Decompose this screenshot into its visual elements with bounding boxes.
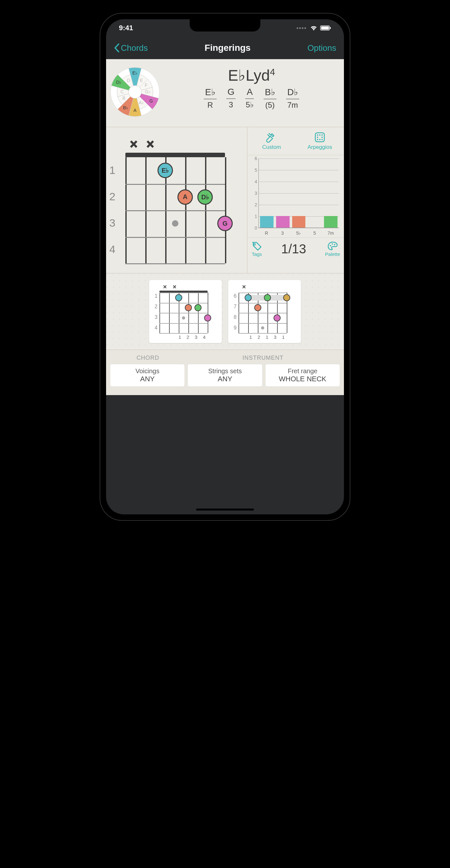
tools-icon (265, 132, 278, 143)
wifi-icon (310, 25, 318, 31)
side-pane: Custom Arpeggios 0123456R35♭57m Tags 1/ (248, 127, 344, 273)
svg-text:A: A (133, 108, 137, 113)
svg-rect-1 (321, 26, 329, 30)
fingering-counter: 1/13 (262, 242, 325, 256)
svg-text:G: G (150, 98, 153, 103)
palette-button[interactable]: Palette (325, 241, 340, 257)
svg-point-20 (317, 136, 318, 138)
status-icons (297, 25, 331, 31)
svg-point-25 (254, 244, 256, 245)
palette-label: Palette (325, 251, 340, 257)
svg-text:A♭: A♭ (139, 100, 144, 105)
svg-text:G♭: G♭ (145, 89, 151, 94)
arpeggios-button[interactable]: Arpeggios (296, 127, 344, 155)
filter-header-instrument: INSTRUMENT (186, 354, 340, 361)
note-histogram: 0123456R35♭57m (248, 155, 344, 238)
tags-button[interactable]: Tags (251, 241, 262, 257)
page-title: Fingerings (205, 43, 251, 53)
battery-icon (320, 25, 331, 31)
svg-point-21 (321, 136, 323, 138)
note-column: D♭7m (286, 87, 299, 110)
fingering-thumbnails[interactable]: ××12341234×678912131 (106, 274, 344, 350)
home-indicator[interactable] (196, 508, 254, 510)
svg-text:E♭: E♭ (132, 70, 137, 75)
tags-label: Tags (252, 251, 262, 257)
screen: 9:41 Chords Fingerings Options E♭EFG♭G (106, 19, 344, 515)
nav-bar: Chords Fingerings Options (106, 37, 344, 59)
content: E♭EFG♭GA♭AB♭BCD♭D E♭Lyd4 E♭RG3A5♭B♭(5)D♭… (106, 59, 344, 395)
svg-point-23 (319, 139, 320, 140)
tag-icon (251, 241, 262, 251)
chord-header: E♭EFG♭GA♭AB♭BCD♭D E♭Lyd4 E♭RG3A5♭B♭(5)D♭… (106, 59, 344, 127)
fret-labels: 1234 (109, 157, 116, 262)
fingering-thumb[interactable]: ××12341234 (149, 280, 222, 343)
notch (190, 19, 260, 31)
chord-name-root: E♭Lyd (228, 67, 270, 84)
status-time: 9:41 (119, 24, 133, 32)
string-mutes: ×× (125, 137, 225, 151)
arpeggios-label: Arpeggios (308, 144, 332, 150)
options-button[interactable]: Options (307, 43, 336, 53)
chord-info: E♭Lyd4 E♭RG3A5♭B♭(5)D♭7m (165, 66, 338, 118)
svg-text:F: F (144, 83, 148, 88)
note-column: A5♭ (245, 87, 254, 110)
svg-text:B♭: B♭ (123, 105, 128, 110)
custom-button[interactable]: Custom (248, 127, 296, 155)
filter-button-1[interactable]: Strings setsANY (187, 364, 262, 387)
chord-diagram[interactable]: 1234 ×× E♭AD♭G (106, 127, 248, 273)
chord-name-sup: 4 (270, 67, 275, 77)
note-column: G3 (226, 87, 236, 110)
svg-point-22 (317, 139, 318, 140)
filter-section: CHORD INSTRUMENT VoicingsANYStrings sets… (106, 350, 344, 395)
fret-grid: E♭AD♭G (125, 157, 225, 263)
filter-button-2[interactable]: Fret rangeWHOLE NECK (265, 364, 340, 387)
note-column: B♭(5) (264, 87, 277, 110)
svg-point-28 (334, 244, 335, 245)
svg-point-19 (321, 134, 323, 136)
nut (125, 153, 225, 157)
fingering-thumb[interactable]: ×678912131 (228, 280, 301, 343)
svg-rect-2 (330, 27, 331, 29)
svg-text:B: B (123, 95, 125, 101)
back-label: Chords (121, 43, 148, 53)
svg-text:D♭: D♭ (116, 80, 122, 85)
chord-note-table: E♭RG3A5♭B♭(5)D♭7m (165, 87, 338, 110)
svg-text:C: C (121, 89, 124, 94)
svg-point-17 (317, 134, 318, 136)
svg-point-26 (330, 245, 331, 246)
cellular-icon (297, 27, 306, 29)
svg-point-24 (321, 139, 323, 140)
phone-frame: 9:41 Chords Fingerings Options E♭EFG♭G (100, 13, 350, 521)
svg-rect-16 (315, 133, 324, 142)
svg-point-27 (332, 243, 333, 245)
chevron-left-icon (114, 43, 120, 53)
svg-point-18 (319, 134, 320, 136)
note-wheel[interactable]: E♭EFG♭GA♭AB♭BCD♭D (109, 66, 161, 118)
palette-icon (327, 241, 338, 251)
svg-text:D: D (127, 78, 130, 83)
filter-header-chord: CHORD (110, 354, 186, 361)
svg-text:E: E (140, 78, 143, 83)
custom-label: Custom (262, 144, 281, 150)
filter-button-0[interactable]: VoicingsANY (110, 364, 185, 387)
arpeggio-icon (313, 132, 326, 143)
chord-name: E♭Lyd4 (165, 66, 338, 84)
note-column: E♭R (204, 87, 217, 110)
back-button[interactable]: Chords (114, 43, 148, 53)
main-row: 1234 ×× E♭AD♭G Custom Arpe (106, 127, 344, 274)
